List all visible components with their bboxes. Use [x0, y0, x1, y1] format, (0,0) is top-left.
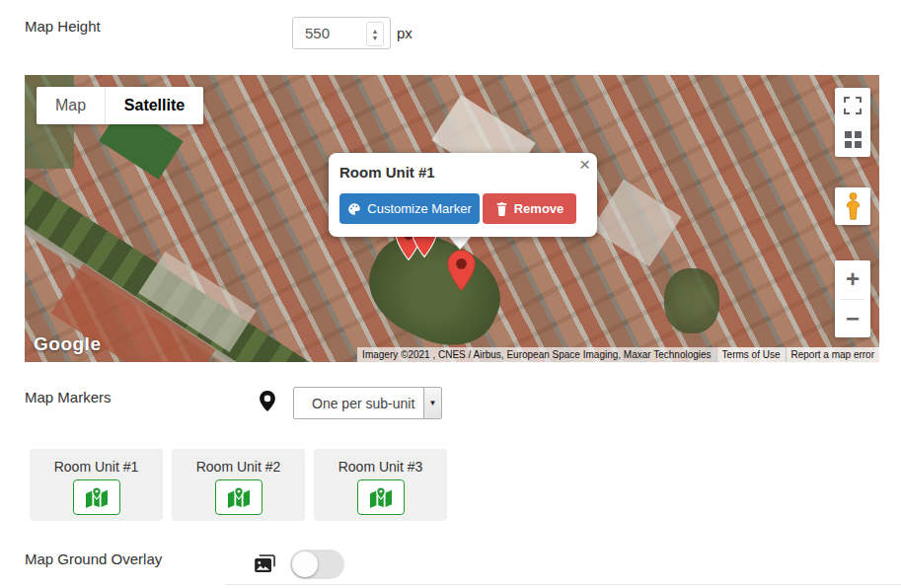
spinner-up-icon[interactable]: ▲ — [372, 28, 379, 35]
unit-card: Room Unit #3 — [314, 449, 447, 521]
palette-icon — [347, 202, 361, 216]
trash-icon — [495, 202, 508, 216]
map-attribution: Imagery ©2021 , CNES / Airbus, European … — [357, 347, 879, 362]
page: Map Height ▲ ▼ px Map Satellite — [0, 0, 901, 588]
pegman-icon — [845, 192, 862, 220]
images-icon — [254, 553, 276, 574]
terms-of-use-link[interactable]: Terms of Use — [716, 347, 786, 362]
zoom-control: + − — [835, 260, 870, 337]
unit-card: Room Unit #2 — [172, 449, 305, 521]
unit-card-title: Room Unit #3 — [338, 459, 423, 475]
zoom-out-button[interactable]: − — [835, 300, 870, 338]
customize-marker-label: Customize Marker — [367, 201, 471, 216]
pegman-control[interactable] — [835, 187, 870, 225]
info-window-title: Room Unit #1 — [339, 164, 435, 181]
info-window: Room Unit #1 × Customize Marker Remove — [329, 153, 597, 237]
unit-marker-button[interactable] — [215, 479, 263, 515]
customize-marker-button[interactable]: Customize Marker — [339, 193, 480, 224]
map-view-controls — [835, 88, 870, 157]
unit-marker-button[interactable] — [357, 479, 405, 515]
map-markers-select[interactable]: One per sub-unit ▼ — [293, 387, 442, 419]
toggle-knob — [292, 551, 318, 577]
fullscreen-button[interactable] — [835, 88, 870, 122]
map-markers-selected-option: One per sub-unit — [294, 388, 423, 418]
remove-marker-label: Remove — [514, 201, 564, 216]
map-ground-overlay-label: Map Ground Overlay — [25, 551, 162, 567]
maptype-satellite-button[interactable]: Satellite — [105, 87, 203, 124]
maptype-control: Map Satellite — [37, 87, 203, 124]
ground-overlay-toggle[interactable] — [290, 550, 344, 579]
info-window-tail — [448, 236, 472, 250]
map-markers-label: Map Markers — [25, 389, 112, 405]
tiles-icon — [845, 131, 862, 148]
zoom-in-button[interactable]: + — [835, 260, 870, 299]
map-marked-icon — [227, 486, 251, 508]
report-map-error-link[interactable]: Report a map error — [786, 347, 879, 362]
map-marked-icon — [85, 486, 109, 508]
satellite-imagery-patch — [591, 180, 681, 266]
tilt-tiles-button[interactable] — [835, 122, 870, 157]
unit-card: Room Unit #1 — [30, 449, 163, 521]
fullscreen-icon — [844, 97, 862, 114]
number-spinner[interactable]: ▲ ▼ — [366, 22, 384, 46]
unit-card-title: Room Unit #1 — [54, 459, 139, 475]
imagery-credit: Imagery ©2021 , CNES / Airbus, European … — [357, 347, 716, 362]
spinner-down-icon[interactable]: ▼ — [372, 35, 379, 41]
map-marked-icon — [369, 486, 393, 508]
remove-marker-button[interactable]: Remove — [483, 193, 576, 224]
maptype-map-button[interactable]: Map — [37, 87, 105, 124]
google-map[interactable]: Map Satellite Room Unit #1 × — [25, 75, 879, 362]
map-height-unit: px — [397, 25, 413, 41]
satellite-imagery-patch — [664, 268, 719, 333]
unit-marker-button[interactable] — [73, 479, 120, 515]
map-marker-icon[interactable] — [447, 250, 476, 292]
close-icon[interactable]: × — [579, 155, 590, 174]
chevron-down-icon: ▼ — [423, 388, 441, 418]
location-pin-icon — [260, 391, 275, 411]
section-divider — [225, 584, 901, 585]
map-height-label: Map Height — [25, 18, 101, 35]
unit-card-title: Room Unit #2 — [196, 459, 281, 475]
google-logo[interactable]: Google — [34, 333, 101, 355]
